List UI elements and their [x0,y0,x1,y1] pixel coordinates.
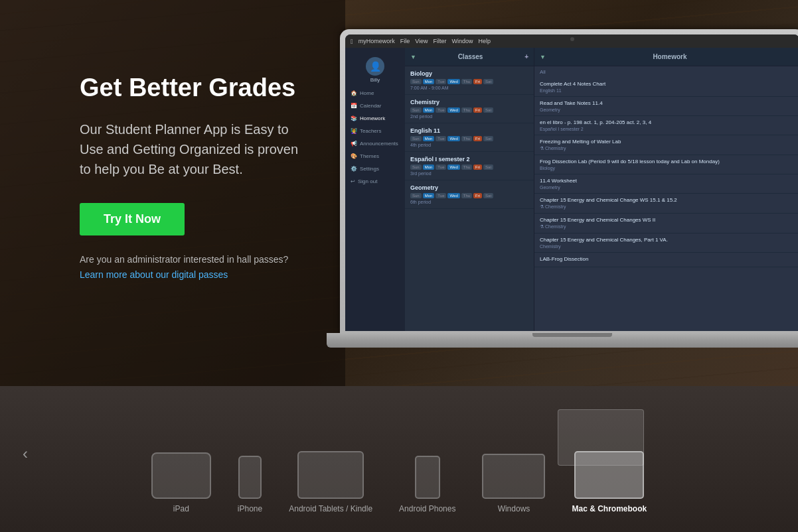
class-espanol-days: Sun Mon Tue Wed Thu Fri Sat [410,165,528,170]
iphone-icon [238,456,262,499]
sidebar-announcements[interactable]: 📢 Announcements [345,137,405,150]
class-geometry[interactable]: Geometry Sun Mon Tue Wed Thu Fri Sat [405,180,534,209]
day-fri: Fri [473,107,482,113]
day-sat: Sat [483,79,493,84]
headline: Get Better Grades [80,73,312,103]
hw-subject-3: Español I semester 2 [540,127,794,131]
android-tablet-label: Android Tablets / Kindle [289,504,372,513]
hw-item-1[interactable]: Complete Act 4 Notes Chart English 11 [534,78,798,97]
class-espanol-period: 3rd period [410,171,528,176]
mac-menubar:  myHomework File View Filter Window Hel… [345,34,798,48]
device-windows[interactable]: Windows [482,454,545,513]
android-phone-icon [415,456,440,499]
hw-subject-2: Geometry [540,107,794,112]
hw-item-4[interactable]: Freezing and Melting of Water Lab ⚗ Chem… [534,135,798,155]
class-espanol[interactable]: Español I semester 2 Sun Mon Tue Wed Thu… [405,152,534,180]
hw-item-8[interactable]: Chapter 15 Energy and Chemical Changes W… [534,214,798,233]
day-thu: Thu [461,193,472,198]
class-english-period: 4th period [410,143,528,147]
homework-title: Homework [653,53,686,60]
class-chemistry[interactable]: Chemistry Sun Mon Tue Wed Thu Fri Sat [405,95,534,123]
menu-myhomework: myHomework [359,38,395,44]
hw-subject-5: Biology [540,166,794,170]
hw-title-10: LAB-Frog Dissection [540,256,794,262]
day-wed: Wed [447,165,459,170]
day-thu: Thu [461,165,472,170]
screen-bezel:  myHomework File View Filter Window Hel… [345,34,798,331]
day-mon: Mon [423,165,435,170]
hw-title-3: en el libro - p. 198 act. 1, p. 204-205 … [540,119,794,125]
sidebar-home-label: Home [360,90,374,96]
device-row: iPad iPhone Android Tablets / Kindle And… [0,451,798,513]
device-ipad[interactable]: iPad [151,452,211,513]
device-android-tablet[interactable]: Android Tablets / Kindle [289,451,372,513]
hw-title-4: Freezing and Melting of Water Lab [540,139,794,145]
add-class-icon[interactable]: + [524,53,528,60]
day-fri: Fri [473,193,482,198]
hw-item-2[interactable]: Read and Take Notes 11.4 Geometry [534,97,798,116]
sidebar-teachers[interactable]: 👩‍🏫 Teachers [345,125,405,137]
day-thu: Thu [461,79,472,84]
mac-icon [574,451,644,499]
class-biology-time: 7:00 AM - 9:00 AM [410,86,528,90]
sidebar-signout[interactable]: ↩ Sign out [345,175,405,188]
class-espanol-name: Español I semester 2 [410,156,528,163]
windows-icon [482,454,545,499]
class-biology[interactable]: Biology Sun Mon Tue Wed Thu Fri Sat [405,66,534,95]
day-fri: Fri [473,165,482,170]
hw-item-7[interactable]: Chapter 15 Energy and Chemical Change WS… [534,194,798,214]
day-sun: Sun [410,165,422,170]
hw-item-3[interactable]: en el libro - p. 198 act. 1, p. 204-205 … [534,116,798,135]
sidebar-calendar[interactable]: 📅 Calendar [345,100,405,112]
menu-filter: Filter [434,38,447,44]
classes-filter-icon: ▼ [410,54,416,60]
class-biology-name: Biology [410,70,528,77]
class-geometry-days: Sun Mon Tue Wed Thu Fri Sat [410,193,528,198]
class-english[interactable]: English 11 Sun Mon Tue Wed Thu Fri Sat [405,123,534,152]
hw-item-9[interactable]: Chapter 15 Energy and Chemical Changes, … [534,233,798,253]
class-chemistry-name: Chemistry [410,99,528,105]
sidebar-teachers-label: Teachers [360,128,381,134]
apple-icon:  [351,38,353,45]
device-mac[interactable]: Mac & Chromebook [572,451,647,513]
day-sat: Sat [483,136,493,141]
prev-arrow[interactable]: ‹ [13,442,37,466]
sidebar-homework[interactable]: 📚 Homework [345,112,405,125]
hw-item-5[interactable]: Frog Dissection Lab (Period 9 will do 5/… [534,155,798,174]
ipad-label: iPad [173,504,189,513]
learn-more-link[interactable]: Learn more about our digital passes [80,269,228,280]
themes-icon: 🎨 [351,153,357,159]
hw-title-7: Chapter 15 Energy and Chemical Change WS… [540,197,794,203]
sidebar-settings[interactable]: ⚙️ Settings [345,163,405,175]
hw-item-10[interactable]: LAB-Frog Dissection [534,253,798,267]
day-fri: Fri [473,136,482,141]
hw-section-all: All [534,66,798,78]
hw-title-1: Complete Act 4 Notes Chart [540,81,794,87]
device-iphone[interactable]: iPhone [238,456,262,513]
day-sat: Sat [483,165,493,170]
sidebar-home[interactable]: 🏠 Home [345,87,405,100]
class-chemistry-period: 2nd period [410,114,528,119]
sidebar-themes[interactable]: 🎨 Themes [345,150,405,163]
windows-label: Windows [498,504,530,513]
day-wed: Wed [447,193,459,198]
hw-filter-icon: ▼ [540,54,546,60]
day-fri: Fri [473,79,482,84]
hw-subject-1: English 11 [540,88,794,93]
hw-title-8: Chapter 15 Energy and Chemical Changes W… [540,217,794,223]
day-tue: Tue [436,136,446,141]
class-chemistry-days: Sun Mon Tue Wed Thu Fri Sat [410,107,528,113]
mac-app:  myHomework File View Filter Window Hel… [345,34,798,331]
subheadline: Our Student Planner App is Easy to Use a… [80,119,312,179]
main-content: ▼ Classes + Biology Sun Mon Tue [405,48,798,331]
cta-button[interactable]: Try It Now [80,203,185,235]
menu-view: View [415,38,428,44]
device-android-phone[interactable]: Android Phones [399,456,455,513]
classes-header: ▼ Classes + [405,48,534,66]
settings-icon: ⚙️ [351,166,357,172]
sidebar-themes-label: Themes [360,153,379,159]
hw-subject-7: ⚗ Chemistry [540,204,794,210]
sidebar-calendar-label: Calendar [360,103,381,109]
iphone-label: iPhone [238,504,262,513]
hw-item-6[interactable]: 11.4 Worksheet Geometry [534,174,798,194]
